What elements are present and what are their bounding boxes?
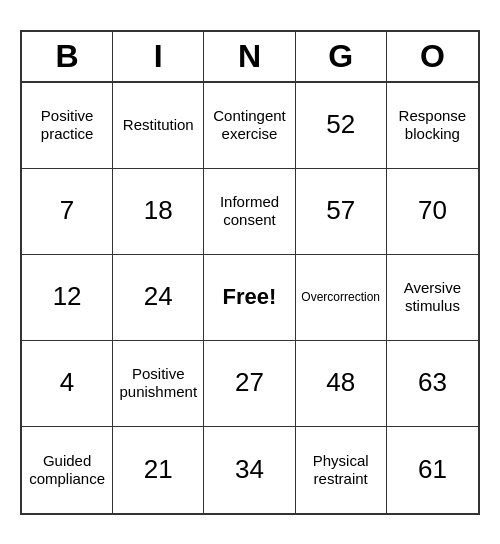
header-letter: B bbox=[22, 32, 113, 81]
header-letter: O bbox=[387, 32, 478, 81]
bingo-card: BINGO Positive practiceRestitutionContin… bbox=[20, 30, 480, 515]
bingo-cell: 12 bbox=[22, 255, 113, 341]
bingo-cell: Guided compliance bbox=[22, 427, 113, 513]
bingo-cell: 57 bbox=[296, 169, 387, 255]
bingo-cell: Restitution bbox=[113, 83, 204, 169]
bingo-cell: 7 bbox=[22, 169, 113, 255]
bingo-cell: 61 bbox=[387, 427, 478, 513]
bingo-cell: 18 bbox=[113, 169, 204, 255]
bingo-cell: 63 bbox=[387, 341, 478, 427]
bingo-cell: Physical restraint bbox=[296, 427, 387, 513]
bingo-cell: Free! bbox=[204, 255, 295, 341]
bingo-cell: Informed consent bbox=[204, 169, 295, 255]
bingo-cell: 21 bbox=[113, 427, 204, 513]
bingo-cell: Positive punishment bbox=[113, 341, 204, 427]
bingo-cell: 27 bbox=[204, 341, 295, 427]
bingo-cell: 4 bbox=[22, 341, 113, 427]
bingo-cell: 34 bbox=[204, 427, 295, 513]
bingo-cell: Contingent exercise bbox=[204, 83, 295, 169]
bingo-cell: Aversive stimulus bbox=[387, 255, 478, 341]
header-letter: I bbox=[113, 32, 204, 81]
bingo-cell: Response blocking bbox=[387, 83, 478, 169]
bingo-cell: Positive practice bbox=[22, 83, 113, 169]
header-letter: G bbox=[296, 32, 387, 81]
bingo-cell: 48 bbox=[296, 341, 387, 427]
bingo-cell: 24 bbox=[113, 255, 204, 341]
header-letter: N bbox=[204, 32, 295, 81]
bingo-header: BINGO bbox=[22, 32, 478, 83]
bingo-cell: 52 bbox=[296, 83, 387, 169]
bingo-cell: Overcorrection bbox=[296, 255, 387, 341]
bingo-grid: Positive practiceRestitutionContingent e… bbox=[22, 83, 478, 513]
bingo-cell: 70 bbox=[387, 169, 478, 255]
